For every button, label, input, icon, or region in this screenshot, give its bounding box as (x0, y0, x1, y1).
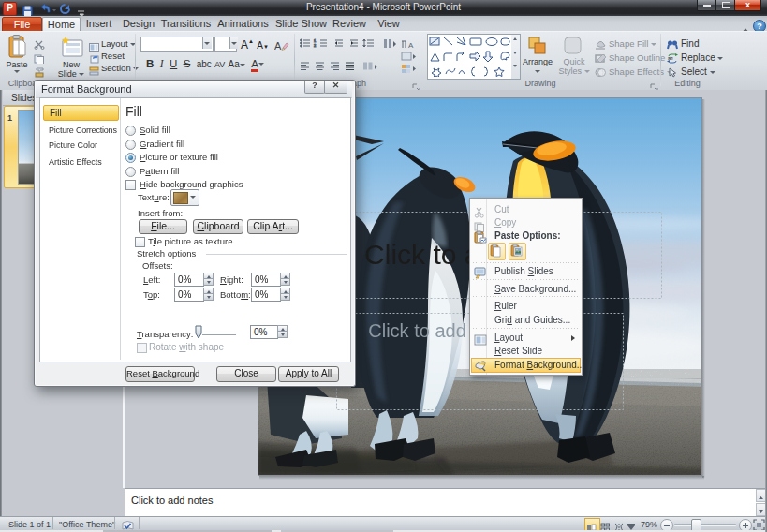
svg-text:ab: ab (668, 55, 673, 61)
svg-text:A: A (274, 40, 282, 52)
svg-text:2: 2 (314, 43, 317, 48)
